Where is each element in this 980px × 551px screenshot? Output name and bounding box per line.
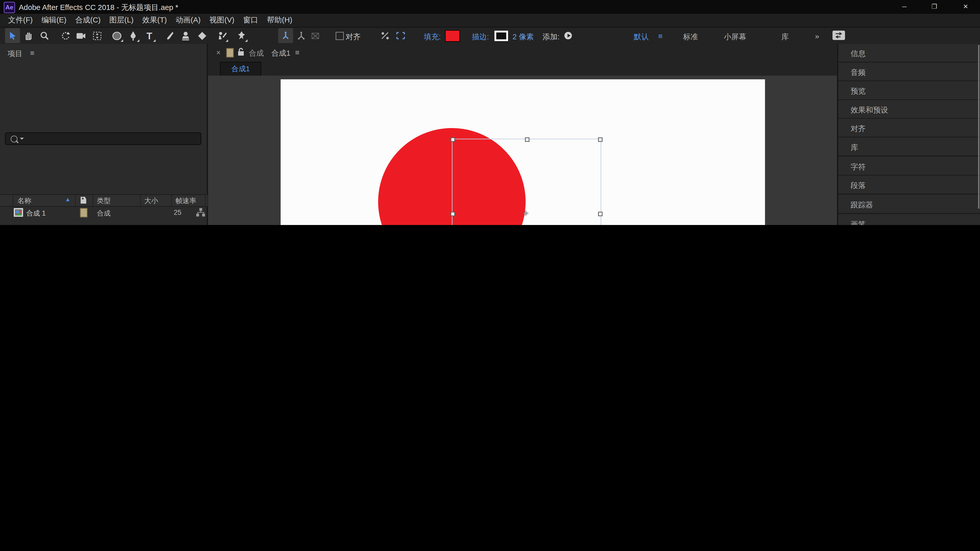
- project-panel-menu-icon[interactable]: ≡: [30, 49, 35, 57]
- panel-tab-brushes[interactable]: 画笔: [838, 214, 980, 225]
- composition-canvas[interactable]: ✛: [281, 79, 765, 225]
- item-label-swatch[interactable]: [80, 208, 87, 218]
- item-name: 合成 1: [26, 209, 46, 218]
- menu-effect[interactable]: 效果(T): [138, 15, 171, 26]
- project-column-header: 名称 ▲ 类型 大小 帧速率: [0, 194, 207, 207]
- selection-handle[interactable]: [451, 138, 455, 142]
- workspace-overflow-chevron[interactable]: »: [815, 32, 819, 41]
- column-size[interactable]: 大小: [145, 196, 158, 206]
- selection-handle[interactable]: [525, 138, 529, 142]
- comp-name-link[interactable]: 合成1: [271, 48, 290, 59]
- minimize-button[interactable]: ─: [890, 0, 919, 14]
- project-search-box[interactable]: [5, 132, 201, 145]
- snap-checkbox[interactable]: [336, 32, 344, 40]
- item-type: 合成: [97, 209, 111, 218]
- project-panel: 项目 ≡ 名称 ▲ 类型 大小 帧速率 合成 1 合成 25: [0, 44, 207, 225]
- panel-tab-libraries[interactable]: 库: [838, 138, 980, 156]
- pan-behind-tool[interactable]: [89, 28, 104, 43]
- zoom-tool[interactable]: [37, 28, 52, 43]
- panel-tab-tracker[interactable]: 跟踪器: [838, 195, 980, 213]
- menu-composition[interactable]: 合成(C): [71, 15, 105, 26]
- selection-handle[interactable]: [598, 212, 603, 216]
- window-title: Adobe After Effects CC 2018 - 无标题项目.aep …: [19, 3, 178, 13]
- search-icon: [11, 135, 18, 142]
- selection-handle[interactable]: [598, 138, 603, 142]
- free-transform-icon[interactable]: [393, 28, 408, 43]
- panel-tab-info[interactable]: 信息: [838, 44, 980, 62]
- maximize-button[interactable]: ❐: [920, 0, 949, 14]
- flowchart-icon[interactable]: [196, 208, 205, 217]
- panel-tab-preview[interactable]: 预览: [838, 81, 980, 100]
- world-axis-mode-button[interactable]: [294, 28, 309, 43]
- stroke-color-swatch[interactable]: [494, 30, 509, 42]
- sort-ascending-icon[interactable]: ▲: [65, 196, 71, 202]
- snap-label: 对齐: [345, 32, 361, 43]
- mask-visibility-icon[interactable]: [377, 28, 393, 43]
- panel-tab-paragraph[interactable]: 段落: [838, 176, 980, 194]
- right-panel-scrollbar[interactable]: [978, 45, 980, 209]
- hand-tool[interactable]: [21, 28, 36, 43]
- menu-edit[interactable]: 编辑(E): [37, 15, 71, 26]
- selection-handle[interactable]: [451, 212, 455, 216]
- composition-panel: × 合成 合成1 ≡ 合成1 ✛: [207, 44, 838, 225]
- local-axis-mode-button[interactable]: [278, 28, 293, 43]
- panel-tab-audio[interactable]: 音频: [838, 62, 980, 81]
- workspace-small-screen[interactable]: 小屏幕: [724, 32, 746, 43]
- item-framerate: 25: [174, 209, 181, 216]
- selection-tool[interactable]: [5, 28, 20, 43]
- rotate-tool[interactable]: [57, 28, 73, 43]
- menu-file[interactable]: 文件(F): [4, 15, 37, 26]
- roto-brush-tool[interactable]: [215, 28, 229, 43]
- pen-tool[interactable]: [126, 28, 141, 43]
- menu-window[interactable]: 窗口: [239, 15, 262, 26]
- fill-label[interactable]: 填充:: [424, 32, 441, 43]
- panel-tab-character[interactable]: 字符: [838, 157, 980, 176]
- right-panel-column: 信息 音频 预览 效果和预设 对齐 库 字符 段落 跟踪器 画笔 绘画 ≡ 不透…: [838, 44, 980, 225]
- column-framerate[interactable]: 帧速率: [176, 196, 196, 206]
- workspace-menu-icon[interactable]: ≡: [658, 32, 662, 41]
- eraser-tool[interactable]: [194, 28, 210, 43]
- panel-tab-effects-presets[interactable]: 效果和预设: [838, 100, 980, 119]
- workspace-settings-icon[interactable]: [832, 30, 845, 40]
- stroke-width-value[interactable]: 2 像素: [512, 32, 534, 43]
- brush-tool[interactable]: [162, 28, 177, 43]
- puppet-pin-tool[interactable]: [234, 28, 249, 43]
- title-bar: Ae Adobe After Effects CC 2018 - 无标题项目.a…: [0, 0, 980, 14]
- view-axis-mode-button[interactable]: [307, 28, 323, 43]
- selection-bounding-box[interactable]: ✛: [452, 139, 601, 225]
- label-column-icon[interactable]: [80, 196, 87, 204]
- menu-view[interactable]: 视图(V): [205, 15, 239, 26]
- workspace-libraries[interactable]: 库: [781, 32, 789, 43]
- panel-tab-align[interactable]: 对齐: [838, 119, 980, 137]
- lock-icon[interactable]: [238, 48, 245, 56]
- workspace-standard[interactable]: 标准: [683, 32, 698, 43]
- menu-bar: 文件(F) 编辑(E) 合成(C) 图层(L) 效果(T) 动画(A) 视图(V…: [0, 14, 980, 27]
- text-tool[interactable]: T: [142, 28, 157, 43]
- menu-layer[interactable]: 图层(L): [105, 15, 138, 26]
- comp-viewer-tab[interactable]: 合成1: [220, 62, 261, 76]
- stroke-label[interactable]: 描边:: [472, 32, 489, 43]
- column-name[interactable]: 名称: [18, 196, 32, 206]
- add-shape-icon[interactable]: [564, 32, 572, 39]
- column-type[interactable]: 类型: [97, 196, 111, 206]
- menu-help[interactable]: 帮助(H): [262, 15, 297, 26]
- fill-color-swatch[interactable]: [445, 30, 460, 42]
- shape-tool[interactable]: [110, 28, 124, 43]
- workspace-default[interactable]: 默认: [634, 32, 649, 43]
- close-button[interactable]: ✕: [951, 0, 980, 14]
- camera-tool[interactable]: [73, 28, 88, 43]
- panel-close-icon[interactable]: ×: [216, 48, 221, 57]
- anchor-point[interactable]: ✛: [523, 210, 528, 217]
- add-label: 添加:: [542, 32, 560, 43]
- composition-thumbnail-icon: [14, 208, 23, 217]
- comp-label-swatch[interactable]: [226, 48, 234, 58]
- comp-panel-type: 合成: [249, 48, 264, 59]
- app-logo-icon: Ae: [4, 2, 15, 13]
- project-panel-title: 项目: [7, 49, 22, 59]
- menu-animation[interactable]: 动画(A): [171, 15, 205, 26]
- viewer-area[interactable]: ✛: [208, 76, 837, 225]
- after-effects-window: Ae Adobe After Effects CC 2018 - 无标题项目.a…: [0, 0, 980, 225]
- clone-stamp-tool[interactable]: [178, 28, 193, 43]
- comp-panel-menu-icon[interactable]: ≡: [295, 48, 299, 57]
- project-item-comp1[interactable]: 合成 1 合成 25: [0, 206, 207, 219]
